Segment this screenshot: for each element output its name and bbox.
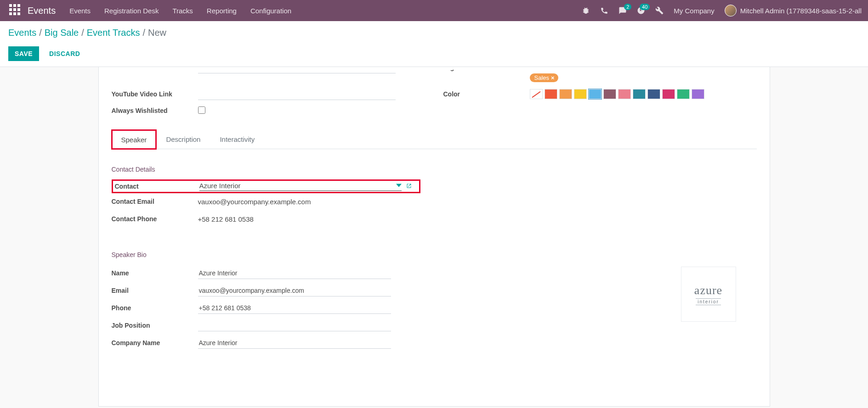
bio-job-label: Job Position xyxy=(112,322,198,329)
tab-interactivity[interactable]: Interactivity xyxy=(210,129,264,149)
nav-item-events[interactable]: Events xyxy=(69,7,91,15)
tag-remove-icon[interactable]: × xyxy=(551,74,555,81)
color-swatch[interactable] xyxy=(633,89,646,99)
color-label: Color xyxy=(443,90,530,98)
youtube-label: YouTube Video Link xyxy=(112,90,198,98)
control-panel: Events / Big Sale / Event Tracks / New S… xyxy=(0,21,868,67)
company-selector[interactable]: My Company xyxy=(674,7,714,15)
bio-name-input[interactable] xyxy=(198,268,391,279)
notebook-tabs: Speaker Description Interactivity xyxy=(112,129,757,149)
tab-speaker[interactable]: Speaker xyxy=(112,130,157,149)
hours-label: hours xyxy=(398,70,414,71)
app-brand: Events xyxy=(28,6,56,16)
external-link-icon[interactable] xyxy=(406,183,412,190)
nav-item-registration-desk[interactable]: Registration Desk xyxy=(104,7,159,15)
bio-phone-label: Phone xyxy=(112,304,198,312)
contact-phone-label: Contact Phone xyxy=(112,215,198,223)
bio-job-input[interactable] xyxy=(198,320,391,331)
color-swatch[interactable] xyxy=(692,89,704,99)
user-name: Mitchell Admin (17789348-saas-15-2-all xyxy=(740,7,862,15)
clock-badge: 40 xyxy=(640,4,650,10)
duration-label: Duration xyxy=(112,70,198,71)
dropdown-icon[interactable] xyxy=(396,182,402,190)
color-swatch[interactable] xyxy=(677,89,690,99)
breadcrumb-current: New xyxy=(148,28,166,38)
main-navbar: Events Events Registration Desk Tracks R… xyxy=(0,0,868,21)
color-picker xyxy=(530,89,757,99)
color-swatch[interactable] xyxy=(574,89,587,99)
nav-item-reporting[interactable]: Reporting xyxy=(207,7,237,15)
wrench-icon[interactable] xyxy=(655,6,664,15)
phone-icon[interactable] xyxy=(600,6,608,15)
bio-company-label: Company Name xyxy=(112,339,198,347)
contact-input[interactable] xyxy=(199,182,393,190)
color-swatch[interactable] xyxy=(618,89,631,99)
form-sheet: Duration hours YouTube Video Link Always… xyxy=(98,67,770,407)
tag-sales[interactable]: Sales × xyxy=(530,73,558,82)
discard-button[interactable]: DISCARD xyxy=(49,50,80,57)
clock-icon[interactable]: 40 xyxy=(637,6,645,15)
bug-icon[interactable] xyxy=(582,6,590,15)
user-menu[interactable]: Mitchell Admin (17789348-saas-15-2-all xyxy=(725,5,862,17)
logo-sub-text: interior xyxy=(696,298,721,305)
bio-name-label: Name xyxy=(112,269,198,277)
color-swatch[interactable] xyxy=(662,89,675,99)
nav-item-configuration[interactable]: Configuration xyxy=(250,7,291,15)
color-swatch-selected[interactable] xyxy=(589,89,601,99)
tab-description[interactable]: Description xyxy=(156,129,210,149)
apps-icon[interactable] xyxy=(9,4,22,17)
breadcrumb-events[interactable]: Events xyxy=(8,28,36,38)
wishlist-checkbox[interactable] xyxy=(198,106,205,114)
tags-label: Tags xyxy=(443,70,530,71)
color-none[interactable] xyxy=(530,89,543,99)
nav-menu: Events Registration Desk Tracks Reportin… xyxy=(69,7,582,15)
duration-input[interactable] xyxy=(198,70,396,73)
save-button[interactable]: SAVE xyxy=(8,46,39,61)
nav-item-tracks[interactable]: Tracks xyxy=(172,7,193,15)
breadcrumb: Events / Big Sale / Event Tracks / New xyxy=(8,28,860,38)
color-swatch[interactable] xyxy=(559,89,572,99)
avatar xyxy=(725,5,737,17)
bio-email-input[interactable] xyxy=(198,285,391,296)
contact-field-highlight: Contact xyxy=(112,179,420,193)
speaker-image[interactable]: azure interior xyxy=(681,267,736,322)
bio-phone-input[interactable] xyxy=(198,302,391,314)
chat-icon[interactable]: 2 xyxy=(618,6,627,15)
breadcrumb-event-tracks[interactable]: Event Tracks xyxy=(87,28,140,38)
wishlist-label: Always Wishlisted xyxy=(112,107,198,114)
contact-label: Contact xyxy=(115,183,199,190)
contact-email-label: Contact Email xyxy=(112,198,198,205)
contact-details-title: Contact Details xyxy=(112,166,757,173)
color-swatch[interactable] xyxy=(647,89,660,99)
youtube-input[interactable] xyxy=(198,89,396,100)
bio-email-label: Email xyxy=(112,287,198,294)
logo-main-text: azure xyxy=(694,284,722,297)
breadcrumb-big-sale[interactable]: Big Sale xyxy=(45,28,79,38)
contact-email-value: vauxoo@yourcompany.example.com xyxy=(198,198,757,206)
color-swatch[interactable] xyxy=(545,89,557,99)
speaker-bio-title: Speaker Bio xyxy=(112,251,757,258)
contact-phone-value: +58 212 681 0538 xyxy=(198,215,757,223)
chat-badge: 2 xyxy=(624,4,631,10)
color-swatch[interactable] xyxy=(603,89,616,99)
bio-company-input[interactable] xyxy=(198,337,391,349)
